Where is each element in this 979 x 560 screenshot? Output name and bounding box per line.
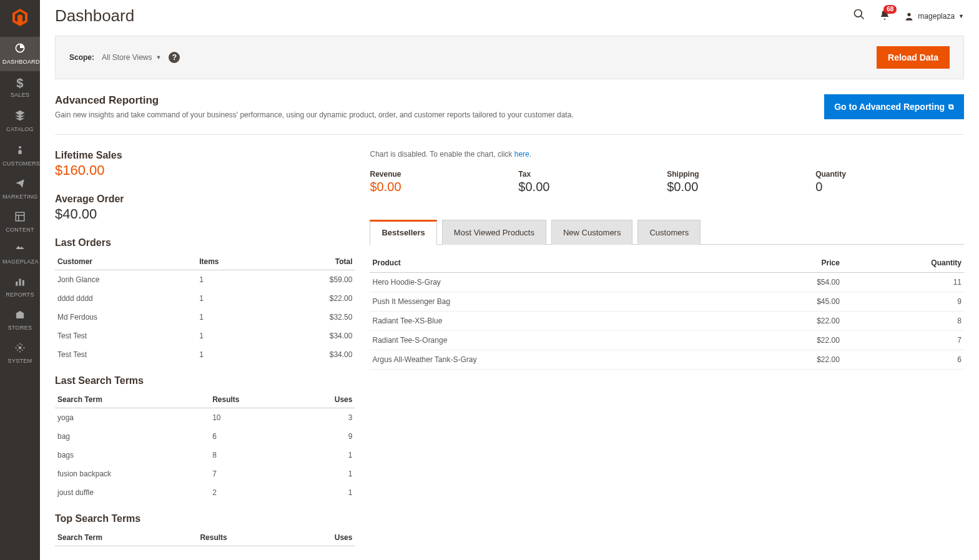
svg-rect-2	[16, 212, 24, 221]
shipping-label: Shipping	[667, 170, 815, 179]
nav-icon	[2, 211, 37, 225]
tab-bestsellers[interactable]: Bestsellers	[370, 220, 436, 245]
user-menu[interactable]: mageplaza ▼	[904, 11, 964, 21]
top-search-table: Search Term Results Uses	[55, 529, 355, 546]
table-row[interactable]: Radiant Tee-S-Orange$22.007	[370, 331, 964, 350]
go-to-advanced-reporting-button[interactable]: Go to Advanced Reporting ⧉	[824, 94, 964, 119]
nav-label: MAGEPLAZA	[2, 258, 37, 265]
table-row[interactable]: bag69	[55, 427, 355, 446]
nav-icon	[2, 144, 37, 159]
sidebar-item-system[interactable]: SYSTEM	[0, 337, 40, 370]
nav-label: SYSTEM	[2, 358, 37, 364]
revenue-label: Revenue	[370, 170, 518, 179]
shipping-value: $0.00	[667, 180, 815, 194]
sidebar-item-reports[interactable]: REPORTS	[0, 271, 40, 304]
chevron-down-icon: ▼	[958, 13, 964, 19]
sidebar-item-marketing[interactable]: MARKETING	[0, 173, 40, 206]
lifetime-sales-label: Lifetime Sales	[55, 150, 355, 161]
nav-icon	[2, 109, 37, 125]
revenue-value: $0.00	[370, 180, 518, 194]
last-orders-table: Customer Items Total Jonh Glance1$59.00d…	[55, 253, 355, 364]
quantity-label: Quantity	[815, 170, 964, 179]
sidebar-item-content[interactable]: CONTENT	[0, 206, 40, 239]
reload-data-button[interactable]: Reload Data	[877, 46, 950, 69]
top-search-title: Top Search Terms	[55, 513, 355, 524]
enable-chart-link[interactable]: here	[514, 150, 529, 159]
nav-icon	[2, 178, 37, 192]
adv-report-desc: Gain new insights and take command of yo…	[55, 111, 799, 119]
adv-report-title: Advanced Reporting	[55, 94, 799, 107]
username: mageplaza	[918, 12, 955, 21]
summary-metrics: Revenue $0.00 Tax $0.00 Shipping $0.00 Q…	[370, 170, 964, 194]
chart-disabled-note: Chart is disabled. To enable the chart, …	[370, 150, 964, 159]
scope-selector[interactable]: All Store Views ▼	[102, 53, 161, 62]
table-row[interactable]: joust duffle21	[55, 483, 355, 502]
sidebar-item-catalog[interactable]: CATALOG	[0, 104, 40, 139]
tab-most-viewed[interactable]: Most Viewed Products	[442, 220, 546, 245]
nav-label: DASHBOARD	[2, 59, 37, 65]
search-icon[interactable]	[853, 8, 865, 24]
sidebar-item-stores[interactable]: STORES	[0, 304, 40, 337]
svg-rect-7	[22, 280, 24, 286]
scope-label: Scope:	[69, 53, 94, 62]
svg-point-1	[19, 146, 21, 149]
table-row[interactable]: Argus All-Weather Tank-S-Gray$22.006	[370, 350, 964, 370]
last-orders-title: Last Orders	[55, 237, 355, 248]
nav-icon	[2, 309, 37, 323]
svg-point-11	[908, 12, 911, 16]
table-row[interactable]: Push It Messenger Bag$45.009	[370, 292, 964, 312]
sidebar-item-customers[interactable]: CUSTOMERS	[0, 139, 40, 173]
svg-point-9	[855, 10, 862, 17]
page-title: Dashboard	[55, 6, 853, 26]
svg-line-10	[861, 16, 864, 19]
nav-label: CATALOG	[2, 126, 37, 132]
nav-label: CONTENT	[2, 227, 37, 233]
external-link-icon: ⧉	[948, 102, 954, 111]
average-order-label: Average Order	[55, 194, 355, 205]
table-row[interactable]: Radiant Tee-XS-Blue$22.008	[370, 312, 964, 331]
report-tabs: Bestsellers Most Viewed Products New Cus…	[370, 219, 964, 245]
magento-logo[interactable]	[0, 0, 40, 37]
table-row[interactable]: Jonh Glance1$59.00	[55, 270, 355, 290]
nav-icon	[2, 342, 37, 356]
advanced-reporting-banner: Advanced Reporting Gain new insights and…	[55, 79, 964, 135]
help-icon[interactable]: ?	[169, 52, 180, 63]
nav-icon: $	[2, 76, 37, 91]
svg-rect-5	[16, 282, 17, 286]
nav-icon	[2, 244, 37, 257]
last-search-title: Last Search Terms	[55, 375, 355, 386]
tax-label: Tax	[518, 170, 667, 179]
admin-sidebar: DASHBOARD$SALESCATALOGCUSTOMERSMARKETING…	[0, 0, 40, 560]
quantity-value: 0	[815, 180, 964, 194]
sidebar-item-mageplaza[interactable]: MAGEPLAZA	[0, 239, 40, 271]
table-row[interactable]: Test Test1$34.00	[55, 345, 355, 364]
tab-customers[interactable]: Customers	[637, 220, 701, 245]
table-row[interactable]: yoga103	[55, 408, 355, 428]
nav-icon	[2, 276, 37, 290]
table-row[interactable]: Md Ferdous1$32.50	[55, 308, 355, 327]
page-header: Dashboard 68 mageplaza ▼	[55, 0, 964, 36]
lifetime-sales-value: $160.00	[55, 162, 355, 179]
nav-label: SALES	[2, 92, 37, 98]
table-row[interactable]: bags81	[55, 446, 355, 464]
tab-new-customers[interactable]: New Customers	[551, 220, 632, 245]
nav-label: STORES	[2, 325, 37, 331]
table-row[interactable]: dddd dddd1$22.00	[55, 289, 355, 308]
bestsellers-table: Product Price Quantity Hero Hoodie-S-Gra…	[370, 253, 964, 370]
table-row[interactable]: Hero Hoodie-S-Gray$54.0011	[370, 273, 964, 292]
table-row[interactable]: Test Test1$34.00	[55, 327, 355, 345]
sidebar-item-dashboard[interactable]: DASHBOARD	[0, 37, 40, 71]
chevron-down-icon: ▼	[156, 54, 162, 61]
scope-bar: Scope: All Store Views ▼ ? Reload Data	[55, 36, 964, 79]
tax-value: $0.00	[518, 180, 667, 194]
nav-label: CUSTOMERS	[2, 160, 37, 167]
notification-badge: 68	[883, 5, 897, 14]
notifications-icon[interactable]: 68	[879, 9, 890, 22]
last-search-table: Search Term Results Uses yoga103bag69bag…	[55, 391, 355, 502]
sidebar-item-sales[interactable]: $SALES	[0, 71, 40, 104]
svg-rect-6	[19, 279, 21, 286]
table-row[interactable]: fusion backpack71	[55, 464, 355, 483]
nav-label: REPORTS	[2, 292, 37, 298]
nav-icon	[2, 42, 37, 57]
svg-point-8	[19, 346, 22, 350]
